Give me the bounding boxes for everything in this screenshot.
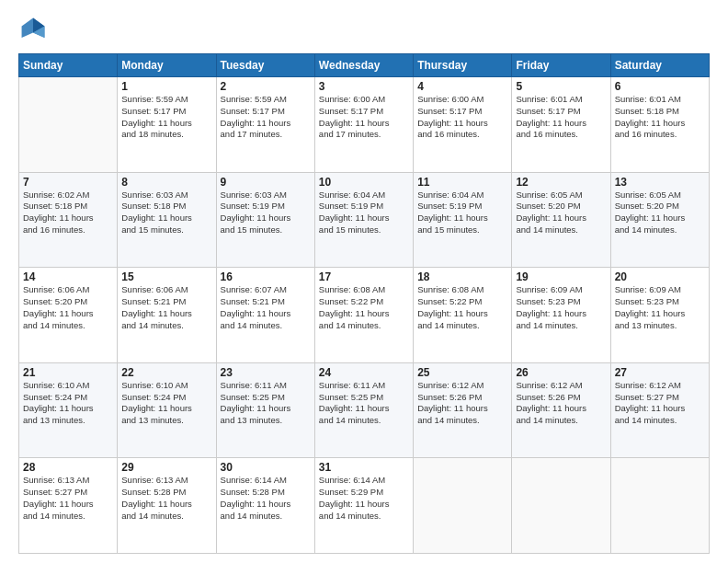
day-number: 22 xyxy=(121,366,211,379)
day-cell: 31Sunrise: 6:14 AM Sunset: 5:29 PM Dayli… xyxy=(314,458,413,554)
day-header-tuesday: Tuesday xyxy=(216,54,314,77)
day-info: Sunrise: 6:06 AM Sunset: 5:21 PM Dayligh… xyxy=(121,284,211,331)
day-cell: 22Sunrise: 6:10 AM Sunset: 5:24 PM Dayli… xyxy=(118,362,216,458)
day-info: Sunrise: 6:10 AM Sunset: 5:24 PM Dayligh… xyxy=(121,380,211,427)
day-info: Sunrise: 6:02 AM Sunset: 5:18 PM Dayligh… xyxy=(23,190,113,236)
day-number: 20 xyxy=(615,270,705,283)
week-row-4: 21Sunrise: 6:10 AM Sunset: 5:24 PM Dayli… xyxy=(19,362,710,458)
day-number: 2 xyxy=(221,80,311,93)
day-number: 21 xyxy=(23,366,113,379)
day-cell: 12Sunrise: 6:05 AM Sunset: 5:20 PM Dayli… xyxy=(512,172,610,268)
day-number: 19 xyxy=(516,270,606,283)
day-info: Sunrise: 6:12 AM Sunset: 5:26 PM Dayligh… xyxy=(516,380,606,427)
day-cell: 7Sunrise: 6:02 AM Sunset: 5:18 PM Daylig… xyxy=(19,172,118,268)
day-cell: 8Sunrise: 6:03 AM Sunset: 5:18 PM Daylig… xyxy=(118,172,216,268)
day-cell xyxy=(610,458,709,554)
day-info: Sunrise: 6:00 AM Sunset: 5:17 PM Dayligh… xyxy=(319,94,409,141)
day-info: Sunrise: 6:01 AM Sunset: 5:18 PM Dayligh… xyxy=(615,94,705,141)
day-number: 12 xyxy=(516,176,606,189)
day-cell: 16Sunrise: 6:07 AM Sunset: 5:21 PM Dayli… xyxy=(216,268,314,363)
day-info: Sunrise: 6:09 AM Sunset: 5:23 PM Dayligh… xyxy=(615,284,705,331)
day-cell: 6Sunrise: 6:01 AM Sunset: 5:18 PM Daylig… xyxy=(610,77,709,173)
day-header-saturday: Saturday xyxy=(610,54,709,77)
day-info: Sunrise: 6:14 AM Sunset: 5:29 PM Dayligh… xyxy=(319,475,409,522)
day-number: 23 xyxy=(221,366,311,379)
day-info: Sunrise: 6:03 AM Sunset: 5:18 PM Dayligh… xyxy=(121,190,211,236)
day-number: 10 xyxy=(319,176,409,189)
day-cell: 24Sunrise: 6:11 AM Sunset: 5:25 PM Dayli… xyxy=(314,362,413,458)
day-header-friday: Friday xyxy=(512,54,610,77)
day-cell: 25Sunrise: 6:12 AM Sunset: 5:26 PM Dayli… xyxy=(414,362,512,458)
day-number: 27 xyxy=(615,366,705,379)
day-info: Sunrise: 6:13 AM Sunset: 5:27 PM Dayligh… xyxy=(23,475,113,522)
day-number: 29 xyxy=(121,461,211,474)
week-row-3: 14Sunrise: 6:06 AM Sunset: 5:20 PM Dayli… xyxy=(19,268,710,363)
day-number: 26 xyxy=(516,366,606,379)
day-cell: 27Sunrise: 6:12 AM Sunset: 5:27 PM Dayli… xyxy=(610,362,709,458)
day-cell xyxy=(512,458,610,554)
day-cell: 18Sunrise: 6:08 AM Sunset: 5:22 PM Dayli… xyxy=(414,268,512,363)
day-number: 30 xyxy=(221,461,311,474)
day-info: Sunrise: 6:08 AM Sunset: 5:22 PM Dayligh… xyxy=(319,284,409,331)
week-row-2: 7Sunrise: 6:02 AM Sunset: 5:18 PM Daylig… xyxy=(19,172,710,268)
day-info: Sunrise: 5:59 AM Sunset: 5:17 PM Dayligh… xyxy=(221,94,311,141)
day-number: 5 xyxy=(516,80,606,93)
day-number: 15 xyxy=(121,270,211,283)
day-number: 8 xyxy=(121,176,211,189)
day-cell: 26Sunrise: 6:12 AM Sunset: 5:26 PM Dayli… xyxy=(512,362,610,458)
day-cell: 17Sunrise: 6:08 AM Sunset: 5:22 PM Dayli… xyxy=(314,268,413,363)
day-number: 7 xyxy=(23,176,113,189)
day-info: Sunrise: 6:05 AM Sunset: 5:20 PM Dayligh… xyxy=(615,190,705,236)
day-cell: 23Sunrise: 6:11 AM Sunset: 5:25 PM Dayli… xyxy=(216,362,314,458)
day-cell: 3Sunrise: 6:00 AM Sunset: 5:17 PM Daylig… xyxy=(314,77,413,173)
day-number: 6 xyxy=(615,80,705,93)
day-cell: 13Sunrise: 6:05 AM Sunset: 5:20 PM Dayli… xyxy=(610,172,709,268)
day-header-monday: Monday xyxy=(118,54,216,77)
day-info: Sunrise: 6:04 AM Sunset: 5:19 PM Dayligh… xyxy=(319,190,409,236)
day-number: 11 xyxy=(417,176,507,189)
day-info: Sunrise: 6:13 AM Sunset: 5:28 PM Dayligh… xyxy=(121,475,211,522)
day-number: 9 xyxy=(221,176,311,189)
day-info: Sunrise: 6:07 AM Sunset: 5:21 PM Dayligh… xyxy=(221,284,311,331)
day-header-thursday: Thursday xyxy=(414,54,512,77)
header xyxy=(18,15,710,44)
day-cell: 15Sunrise: 6:06 AM Sunset: 5:21 PM Dayli… xyxy=(118,268,216,363)
day-cell: 4Sunrise: 6:00 AM Sunset: 5:17 PM Daylig… xyxy=(414,77,512,173)
day-cell: 2Sunrise: 5:59 AM Sunset: 5:17 PM Daylig… xyxy=(216,77,314,173)
day-number: 28 xyxy=(23,461,113,474)
day-cell: 9Sunrise: 6:03 AM Sunset: 5:19 PM Daylig… xyxy=(216,172,314,268)
day-info: Sunrise: 6:06 AM Sunset: 5:20 PM Dayligh… xyxy=(23,284,113,331)
day-info: Sunrise: 6:05 AM Sunset: 5:20 PM Dayligh… xyxy=(516,190,606,236)
day-number: 1 xyxy=(121,80,211,93)
header-row: SundayMondayTuesdayWednesdayThursdayFrid… xyxy=(19,54,710,77)
week-row-5: 28Sunrise: 6:13 AM Sunset: 5:27 PM Dayli… xyxy=(19,458,710,554)
logo xyxy=(18,15,51,44)
day-info: Sunrise: 6:00 AM Sunset: 5:17 PM Dayligh… xyxy=(417,94,507,141)
day-number: 16 xyxy=(221,270,311,283)
page: SundayMondayTuesdayWednesdayThursdayFrid… xyxy=(0,0,728,563)
day-number: 3 xyxy=(319,80,409,93)
day-info: Sunrise: 6:14 AM Sunset: 5:28 PM Dayligh… xyxy=(221,475,311,522)
day-info: Sunrise: 6:11 AM Sunset: 5:25 PM Dayligh… xyxy=(319,380,409,427)
day-number: 24 xyxy=(319,366,409,379)
day-number: 25 xyxy=(417,366,507,379)
day-info: Sunrise: 6:09 AM Sunset: 5:23 PM Dayligh… xyxy=(516,284,606,331)
day-cell: 11Sunrise: 6:04 AM Sunset: 5:19 PM Dayli… xyxy=(414,172,512,268)
day-info: Sunrise: 6:11 AM Sunset: 5:25 PM Dayligh… xyxy=(221,380,311,427)
day-cell: 10Sunrise: 6:04 AM Sunset: 5:19 PM Dayli… xyxy=(314,172,413,268)
day-cell: 5Sunrise: 6:01 AM Sunset: 5:17 PM Daylig… xyxy=(512,77,610,173)
day-info: Sunrise: 6:12 AM Sunset: 5:26 PM Dayligh… xyxy=(417,380,507,427)
day-number: 13 xyxy=(615,176,705,189)
day-cell: 28Sunrise: 6:13 AM Sunset: 5:27 PM Dayli… xyxy=(19,458,118,554)
week-row-1: 1Sunrise: 5:59 AM Sunset: 5:17 PM Daylig… xyxy=(19,77,710,173)
day-info: Sunrise: 6:12 AM Sunset: 5:27 PM Dayligh… xyxy=(615,380,705,427)
day-number: 17 xyxy=(319,270,409,283)
day-info: Sunrise: 6:10 AM Sunset: 5:24 PM Dayligh… xyxy=(23,380,113,427)
calendar: SundayMondayTuesdayWednesdayThursdayFrid… xyxy=(18,53,710,554)
day-cell: 30Sunrise: 6:14 AM Sunset: 5:28 PM Dayli… xyxy=(216,458,314,554)
day-cell: 19Sunrise: 6:09 AM Sunset: 5:23 PM Dayli… xyxy=(512,268,610,363)
day-info: Sunrise: 6:01 AM Sunset: 5:17 PM Dayligh… xyxy=(516,94,606,141)
day-number: 31 xyxy=(319,461,409,474)
day-header-wednesday: Wednesday xyxy=(314,54,413,77)
day-header-sunday: Sunday xyxy=(19,54,118,77)
